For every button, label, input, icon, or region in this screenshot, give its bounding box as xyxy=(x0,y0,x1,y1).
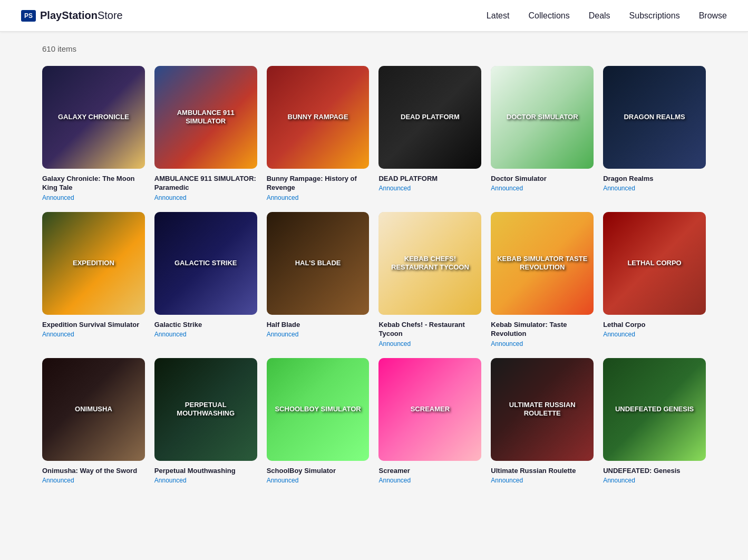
logo-area: PS PlayStationStore xyxy=(21,9,123,22)
game-title-ultimate-russian-roulette: Ultimate Russian Roulette xyxy=(491,466,594,476)
game-card-perpetual-mouthwashing[interactable]: PERPETUAL MOUTHWASHING Perpetual Mouthwa… xyxy=(154,358,257,484)
thumb-bg-ultimate-russian-roulette: ULTIMATE RUSSIAN ROULETTE xyxy=(491,358,594,461)
thumb-bg-ambulance-911: AMBULANCE 911 SIMULATOR xyxy=(154,66,257,169)
game-card-screamer[interactable]: SCREAMER Screamer Announced xyxy=(378,358,481,484)
game-card-expedition-survival[interactable]: EXPEDITION Expedition Survival Simulator… xyxy=(42,212,145,347)
thumb-label-half-blade: HAL'S BLADE xyxy=(271,259,364,268)
game-thumbnail-galaxy-chronicle: Galaxy Chronicle xyxy=(42,66,145,169)
thumb-label-bunny-rampage: Bunny Rampage xyxy=(271,113,364,122)
game-title-expedition-survival: Expedition Survival Simulator xyxy=(42,320,145,330)
game-title-galactic-strike: Galactic Strike xyxy=(154,320,257,330)
game-status-screamer: Announced xyxy=(378,477,481,484)
thumb-bg-galactic-strike: GALACTIC STRIKE xyxy=(154,212,257,315)
site-logo-text: PlayStationStore xyxy=(40,9,123,22)
game-status-bunny-rampage: Announced xyxy=(267,194,370,201)
game-status-dragon-realms: Announced xyxy=(603,185,706,192)
thumb-bg-perpetual-mouthwashing: PERPETUAL MOUTHWASHING xyxy=(154,358,257,461)
thumb-label-screamer: SCREAMER xyxy=(384,405,476,413)
game-card-galactic-strike[interactable]: GALACTIC STRIKE Galactic Strike Announce… xyxy=(154,212,257,347)
game-status-lethal-corpo: Announced xyxy=(603,331,706,338)
game-title-dragon-realms: Dragon Realms xyxy=(603,174,706,184)
main-content: 610 items Galaxy Chronicle Galaxy Chroni… xyxy=(0,32,748,505)
game-card-galaxy-chronicle[interactable]: Galaxy Chronicle Galaxy Chronicle: The M… xyxy=(42,66,145,201)
thumb-bg-screamer: SCREAMER xyxy=(378,358,481,461)
game-thumbnail-screamer: SCREAMER xyxy=(378,358,481,461)
nav-latest[interactable]: Latest xyxy=(487,11,510,21)
game-thumbnail-half-blade: HAL'S BLADE xyxy=(267,212,370,315)
game-card-kebab-simulator[interactable]: Kebab Simulator Taste Revolution Kebab S… xyxy=(491,212,594,347)
thumb-label-ambulance-911: AMBULANCE 911 SIMULATOR xyxy=(160,109,252,125)
game-thumbnail-galactic-strike: GALACTIC STRIKE xyxy=(154,212,257,315)
game-title-doctor-simulator: Doctor Simulator xyxy=(491,174,594,184)
game-card-undefeated-genesis[interactable]: UNDEFEATED GENESIS UNDEFEATED: Genesis A… xyxy=(603,358,706,484)
thumb-bg-galaxy-chronicle: Galaxy Chronicle xyxy=(42,66,145,169)
playstation-logo-icon: PS xyxy=(21,10,36,22)
main-nav: Latest Collections Deals Subscriptions B… xyxy=(487,11,727,21)
nav-deals[interactable]: Deals xyxy=(589,11,610,21)
thumb-label-galactic-strike: GALACTIC STRIKE xyxy=(160,259,252,268)
game-card-half-blade[interactable]: HAL'S BLADE Half Blade Announced xyxy=(267,212,370,347)
game-title-undefeated-genesis: UNDEFEATED: Genesis xyxy=(603,466,706,476)
game-status-kebab-chefs: Announced xyxy=(378,340,481,347)
game-card-doctor-simulator[interactable]: DOCTOR SIMULATOR Doctor Simulator Announ… xyxy=(491,66,594,201)
game-status-ultimate-russian-roulette: Announced xyxy=(491,477,594,484)
games-grid: Galaxy Chronicle Galaxy Chronicle: The M… xyxy=(42,66,706,484)
game-card-onimusha[interactable]: ONIMUSHA Onimusha: Way of the Sword Anno… xyxy=(42,358,145,484)
thumb-label-schoolboy-simulator: SchoolBoy Simulator xyxy=(271,405,364,413)
game-status-doctor-simulator: Announced xyxy=(491,185,594,192)
game-card-bunny-rampage[interactable]: Bunny Rampage Bunny Rampage: History of … xyxy=(267,66,370,201)
nav-browse[interactable]: Browse xyxy=(699,11,727,21)
game-title-bunny-rampage: Bunny Rampage: History of Revenge xyxy=(267,174,370,192)
game-title-lethal-corpo: Lethal Corpo xyxy=(603,320,706,330)
thumb-bg-dragon-realms: Dragon Realms xyxy=(603,66,706,169)
game-status-undefeated-genesis: Announced xyxy=(603,477,706,484)
game-card-ultimate-russian-roulette[interactable]: ULTIMATE RUSSIAN ROULETTE Ultimate Russi… xyxy=(491,358,594,484)
game-status-ambulance-911: Announced xyxy=(154,194,257,201)
game-title-dead-platform: DEAD PLATFORM xyxy=(378,174,481,184)
thumb-bg-bunny-rampage: Bunny Rampage xyxy=(267,66,370,169)
game-title-kebab-simulator: Kebab Simulator: Taste Revolution xyxy=(491,320,594,339)
game-status-kebab-simulator: Announced xyxy=(491,340,594,347)
thumb-label-doctor-simulator: DOCTOR SIMULATOR xyxy=(496,113,588,122)
game-thumbnail-undefeated-genesis: UNDEFEATED GENESIS xyxy=(603,358,706,461)
game-title-screamer: Screamer xyxy=(378,466,481,476)
game-status-onimusha: Announced xyxy=(42,477,145,484)
thumb-label-dragon-realms: Dragon Realms xyxy=(608,113,701,122)
game-status-galactic-strike: Announced xyxy=(154,331,257,338)
game-thumbnail-expedition-survival: EXPEDITION xyxy=(42,212,145,315)
game-status-perpetual-mouthwashing: Announced xyxy=(154,477,257,484)
game-card-kebab-chefs[interactable]: Kebab Chefs! Restaurant Tycoon Kebab Che… xyxy=(378,212,481,347)
thumb-bg-schoolboy-simulator: SchoolBoy Simulator xyxy=(267,358,370,461)
thumb-label-perpetual-mouthwashing: PERPETUAL MOUTHWASHING xyxy=(160,401,252,418)
svg-text:PS: PS xyxy=(24,12,33,20)
game-title-kebab-chefs: Kebab Chefs! - Restaurant Tycoon xyxy=(378,320,481,339)
header: PS PlayStationStore Latest Collections D… xyxy=(0,0,748,32)
thumb-label-dead-platform: DEAD PLATFORM xyxy=(384,113,476,122)
game-thumbnail-doctor-simulator: DOCTOR SIMULATOR xyxy=(491,66,594,169)
game-thumbnail-kebab-chefs: Kebab Chefs! Restaurant Tycoon xyxy=(378,212,481,315)
thumb-label-kebab-chefs: Kebab Chefs! Restaurant Tycoon xyxy=(384,255,476,272)
game-thumbnail-bunny-rampage: Bunny Rampage xyxy=(267,66,370,169)
game-status-galaxy-chronicle: Announced xyxy=(42,194,145,201)
thumb-label-undefeated-genesis: UNDEFEATED GENESIS xyxy=(608,405,701,413)
thumb-label-kebab-simulator: Kebab Simulator Taste Revolution xyxy=(496,255,588,272)
game-card-schoolboy-simulator[interactable]: SchoolBoy Simulator SchoolBoy Simulator … xyxy=(267,358,370,484)
game-card-dragon-realms[interactable]: Dragon Realms Dragon Realms Announced xyxy=(603,66,706,201)
game-card-ambulance-911[interactable]: AMBULANCE 911 SIMULATOR AMBULANCE 911 SI… xyxy=(154,66,257,201)
thumb-bg-kebab-simulator: Kebab Simulator Taste Revolution xyxy=(491,212,594,315)
game-thumbnail-schoolboy-simulator: SchoolBoy Simulator xyxy=(267,358,370,461)
thumb-bg-doctor-simulator: DOCTOR SIMULATOR xyxy=(491,66,594,169)
thumb-bg-undefeated-genesis: UNDEFEATED GENESIS xyxy=(603,358,706,461)
game-card-lethal-corpo[interactable]: LETHAL CORPO Lethal Corpo Announced xyxy=(603,212,706,347)
thumb-bg-expedition-survival: EXPEDITION xyxy=(42,212,145,315)
nav-collections[interactable]: Collections xyxy=(528,11,569,21)
game-thumbnail-ultimate-russian-roulette: ULTIMATE RUSSIAN ROULETTE xyxy=(491,358,594,461)
nav-subscriptions[interactable]: Subscriptions xyxy=(629,11,680,21)
game-status-schoolboy-simulator: Announced xyxy=(267,477,370,484)
game-title-galaxy-chronicle: Galaxy Chronicle: The Moon King Tale xyxy=(42,174,145,192)
game-title-half-blade: Half Blade xyxy=(267,320,370,330)
game-card-dead-platform[interactable]: DEAD PLATFORM DEAD PLATFORM Announced xyxy=(378,66,481,201)
thumb-label-galaxy-chronicle: Galaxy Chronicle xyxy=(47,113,140,122)
thumb-bg-onimusha: ONIMUSHA xyxy=(42,358,145,461)
thumb-label-expedition-survival: EXPEDITION xyxy=(47,259,140,268)
